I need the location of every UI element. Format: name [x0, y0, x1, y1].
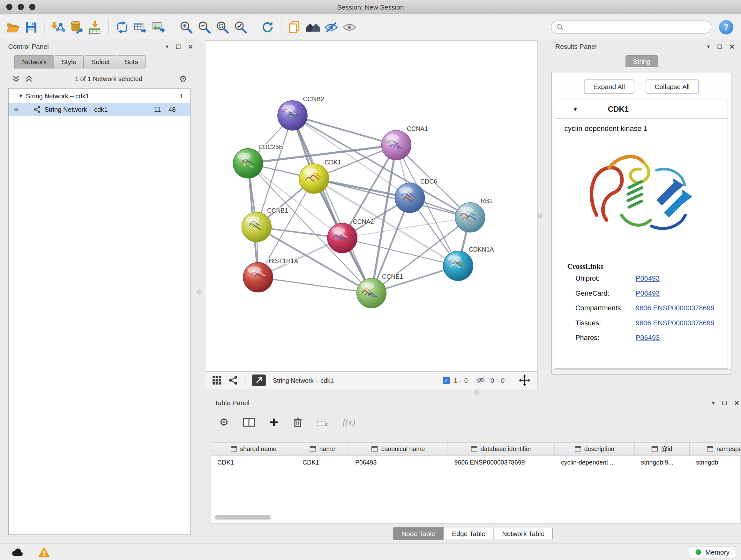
houses-icon[interactable]	[304, 17, 322, 37]
toolbar-search[interactable]	[551, 21, 712, 34]
crosslink-link-uniprot[interactable]: P06493	[636, 274, 660, 282]
export-image-icon[interactable]	[149, 17, 167, 37]
float-panel-icon[interactable]	[176, 44, 181, 49]
left-splitter-handle[interactable]	[197, 290, 202, 295]
column-header-namespace[interactable]: namespace	[690, 442, 741, 455]
collapse-panel-icon[interactable]: ▾	[712, 400, 715, 406]
right-splitter-handle[interactable]	[538, 213, 542, 218]
crosslink-link-pharos[interactable]: P06493	[636, 334, 660, 341]
network-node-ccnb2[interactable]: CCNB2	[278, 96, 324, 131]
column-header-id[interactable]: @id	[635, 442, 690, 455]
tab-network[interactable]: Network	[14, 55, 54, 69]
column-header-description[interactable]: description	[555, 442, 635, 455]
new-network-from-selection-icon[interactable]	[113, 17, 131, 37]
collapse-panel-icon[interactable]: ▾	[707, 44, 710, 50]
search-input[interactable]	[567, 23, 706, 31]
collapse-all-button[interactable]: Collapse All	[646, 79, 699, 94]
delete-column-icon[interactable]	[293, 417, 302, 428]
column-header-database-identifier[interactable]: database identifier	[448, 442, 555, 455]
cell-name[interactable]: CDK1	[296, 456, 349, 469]
network-node-hist1h1a[interactable]: HIST1H1A	[243, 257, 298, 293]
import-network-database-icon[interactable]	[68, 17, 86, 37]
tab-sets[interactable]: Sets	[118, 55, 146, 69]
svg-text:CCNB2: CCNB2	[303, 96, 324, 103]
gene-section-header[interactable]: ▼ CDK1	[555, 100, 728, 119]
new-table-icon[interactable]	[131, 17, 149, 37]
close-panel-icon[interactable]: ×	[734, 399, 739, 407]
cloud-icon[interactable]	[10, 547, 24, 557]
cell-shared-name[interactable]: CDK1	[211, 456, 296, 469]
network-canvas[interactable]: CCNB2CCNA1CDC25BCDK1CDC6RB1CCNB1CCNA2CDK…	[205, 41, 537, 371]
close-panel-icon[interactable]: ×	[730, 43, 734, 51]
zoom-in-icon[interactable]	[177, 17, 195, 37]
crosslink-link-genecard[interactable]: P06493	[636, 289, 660, 297]
create-column-icon[interactable]	[269, 418, 279, 427]
grid-view-icon[interactable]	[212, 375, 222, 385]
section-expanded-icon[interactable]: ▼	[572, 106, 578, 113]
import-table-icon[interactable]	[86, 17, 104, 37]
help-icon[interactable]: ?	[719, 20, 733, 34]
collapse-panel-icon[interactable]: ▾	[165, 44, 169, 50]
hide-unhide-icon[interactable]	[322, 17, 340, 37]
crosslink-label: Pharos:	[576, 334, 636, 341]
warning-icon[interactable]	[38, 547, 50, 557]
selected-checkbox-icon[interactable]: ✓	[443, 377, 450, 384]
horizontal-splitter-handle[interactable]	[475, 390, 479, 395]
tab-network-table[interactable]: Network Table	[494, 527, 553, 540]
tab-select[interactable]: Select	[84, 55, 118, 69]
tab-string[interactable]: String	[625, 55, 658, 67]
results-scrollbar[interactable]	[552, 369, 731, 374]
cell-canonical-name[interactable]: P06493	[349, 456, 448, 469]
expand-all-networks-icon[interactable]	[25, 75, 33, 82]
network-row-selected[interactable]: String Network – cdk1 11 48	[9, 103, 190, 116]
hidden-eye-icon[interactable]	[475, 376, 486, 385]
float-panel-icon[interactable]	[718, 44, 722, 49]
network-node-cdk1[interactable]: CDK1	[299, 159, 341, 194]
network-collection-row[interactable]: ▼ String Network – cdk1 1	[9, 89, 190, 103]
cell-database-identifier[interactable]: 9606.ENSP00000378699	[448, 456, 555, 469]
network-options-gear-icon[interactable]: ⚙	[179, 74, 187, 83]
cell-description[interactable]: cyclin-dependent ...	[555, 456, 635, 469]
tab-style[interactable]: Style	[54, 55, 84, 69]
float-panel-icon[interactable]	[723, 401, 727, 405]
crosslink-link-compartments[interactable]: 9606.ENSP00000378699	[636, 304, 715, 312]
cell-namespace[interactable]: stringdb	[690, 456, 741, 469]
zoom-fit-icon[interactable]	[213, 17, 231, 37]
tab-edge-table[interactable]: Edge Table	[444, 527, 494, 540]
tree-expanded-icon[interactable]: ▼	[18, 93, 26, 99]
share-network-icon[interactable]	[228, 375, 238, 385]
function-builder-icon: f(x)	[343, 417, 355, 428]
refresh-icon[interactable]	[259, 17, 277, 37]
network-node-rb1[interactable]: RB1	[455, 197, 493, 233]
pan-crosshair-icon[interactable]	[519, 374, 530, 386]
crosslink-link-tissues[interactable]: 9606.ENSP00000378699	[636, 319, 715, 326]
memory-label: Memory	[705, 548, 730, 556]
column-header-shared-name[interactable]: shared name	[211, 442, 296, 455]
open-session-icon[interactable]	[4, 17, 22, 37]
network-node-count: 11	[154, 106, 161, 113]
collapse-all-networks-icon[interactable]	[12, 75, 20, 82]
tab-node-table[interactable]: Node Table	[393, 527, 444, 540]
table-horizontal-scrollbar[interactable]	[214, 515, 271, 520]
horizontal-splitter[interactable]	[205, 389, 741, 396]
table-row[interactable]: CDK1 CDK1 P06493 9606.ENSP00000378699 cy…	[211, 456, 741, 469]
network-view-title: String Network – cdk1	[273, 377, 334, 384]
cell-id[interactable]: stringdb:9...	[635, 456, 690, 469]
table-settings-gear-icon[interactable]: ⚙	[219, 417, 229, 428]
expand-all-button[interactable]: Expand All	[584, 79, 634, 94]
save-session-icon[interactable]	[22, 17, 40, 37]
column-header-canonical-name[interactable]: canonical name	[349, 442, 448, 455]
detach-view-button[interactable]	[252, 374, 266, 386]
svg-text:CDC25B: CDC25B	[259, 143, 283, 150]
svg-text:CDC6: CDC6	[420, 178, 437, 185]
network-node-ccna1[interactable]: CCNA1	[382, 125, 428, 160]
eye-icon[interactable]	[340, 17, 359, 37]
import-network-file-icon[interactable]	[50, 17, 68, 37]
copy-document-icon[interactable]	[286, 17, 304, 37]
column-header-name[interactable]: name	[296, 442, 349, 455]
close-panel-icon[interactable]: ×	[188, 43, 193, 51]
show-columns-icon[interactable]	[243, 418, 255, 427]
zoom-selected-icon[interactable]	[231, 17, 250, 37]
memory-button[interactable]: Memory	[689, 546, 736, 558]
zoom-out-icon[interactable]	[195, 17, 213, 37]
